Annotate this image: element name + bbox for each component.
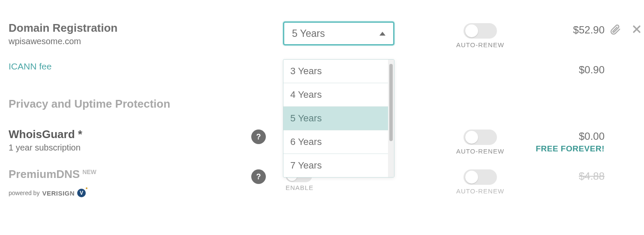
whoisguard-title: WhoisGuard * bbox=[9, 128, 82, 141]
privacy-section-title: Privacy and Uptime Protection bbox=[9, 97, 283, 111]
duration-option[interactable]: 7 Years bbox=[283, 154, 388, 177]
whoisguard-autorenew-label: AUTO-RENEW bbox=[456, 148, 504, 155]
duration-select-wrap: 5 Years 3 Years 4 Years 5 Years 6 Years … bbox=[283, 21, 437, 45]
domain-autorenew-toggle[interactable] bbox=[463, 23, 497, 39]
icann-fee-label: ICANN fee bbox=[9, 61, 283, 72]
whoisguard-free-label: FREE FOREVER! bbox=[523, 144, 605, 154]
duration-option[interactable]: 3 Years bbox=[283, 60, 388, 83]
premiumdns-autorenew-label: AUTO-RENEW bbox=[456, 187, 504, 195]
domain-autorenew-label: AUTO-RENEW bbox=[456, 41, 504, 48]
whoisguard-titleblock: WhoisGuard * 1 year subscription ? bbox=[9, 128, 283, 153]
whoisguard-autorenew-toggle[interactable] bbox=[463, 130, 497, 145]
domain-registration-row: Domain Registration wpisawesome.com 5 Ye… bbox=[9, 21, 635, 48]
domain-price-col: $52.90 bbox=[523, 21, 605, 36]
verisign-mark-icon: V bbox=[77, 189, 86, 197]
domain-price: $52.90 bbox=[523, 24, 605, 36]
domain-autorenew-col: AUTO-RENEW bbox=[437, 21, 523, 48]
duration-option[interactable]: 4 Years bbox=[283, 83, 388, 107]
premiumdns-help-button[interactable]: ? bbox=[251, 169, 266, 184]
paperclip-icon[interactable] bbox=[610, 24, 621, 37]
duration-option[interactable]: 6 Years bbox=[283, 130, 388, 154]
premiumdns-titleblock: PremiumDNS NEW powered by VERISIGN V ? bbox=[9, 168, 283, 197]
duration-option-selected[interactable]: 5 Years bbox=[283, 107, 388, 130]
duration-selected-value: 5 Years bbox=[292, 28, 325, 39]
domain-name-text: wpisawesome.com bbox=[9, 36, 283, 46]
verisign-brand: VERISIGN bbox=[42, 190, 75, 197]
toggle-knob bbox=[465, 171, 478, 184]
dropdown-scrollbar[interactable] bbox=[388, 60, 394, 177]
dropdown-scrollbar-thumb[interactable] bbox=[389, 64, 393, 141]
whoisguard-help-button[interactable]: ? bbox=[251, 130, 266, 144]
premiumdns-enable-label: ENABLE bbox=[286, 184, 313, 191]
duration-select[interactable]: 5 Years bbox=[283, 21, 394, 45]
poweredby-prefix: powered by bbox=[9, 190, 39, 196]
premiumdns-price: $4.88 bbox=[523, 170, 605, 182]
whoisguard-subtitle: 1 year subscription bbox=[9, 143, 283, 153]
premiumdns-autorenew-toggle[interactable] bbox=[463, 169, 497, 185]
premiumdns-title: PremiumDNS NEW bbox=[9, 168, 283, 181]
domain-registration-titleblock: Domain Registration wpisawesome.com bbox=[9, 21, 283, 46]
toggle-knob bbox=[465, 24, 478, 37]
premiumdns-title-text: PremiumDNS bbox=[9, 168, 80, 181]
premiumdns-autorenew-col: AUTO-RENEW bbox=[437, 168, 523, 195]
whoisguard-price-col: $0.00 FREE FOREVER! bbox=[523, 128, 605, 154]
premiumdns-new-badge: NEW bbox=[82, 169, 96, 175]
caret-up-icon bbox=[379, 32, 385, 36]
icann-price: $0.90 bbox=[523, 64, 605, 76]
close-icon[interactable] bbox=[632, 24, 642, 36]
duration-dropdown: 3 Years 4 Years 5 Years 6 Years 7 Years bbox=[283, 59, 394, 178]
whoisguard-price: $0.00 bbox=[523, 130, 605, 142]
remove-icon-cell bbox=[626, 21, 644, 36]
toggle-knob bbox=[465, 131, 478, 144]
whoisguard-autorenew-col: AUTO-RENEW bbox=[437, 128, 523, 155]
promo-icon-cell bbox=[605, 21, 626, 37]
domain-registration-title: Domain Registration bbox=[9, 21, 283, 35]
premiumdns-poweredby: powered by VERISIGN V bbox=[9, 189, 283, 197]
